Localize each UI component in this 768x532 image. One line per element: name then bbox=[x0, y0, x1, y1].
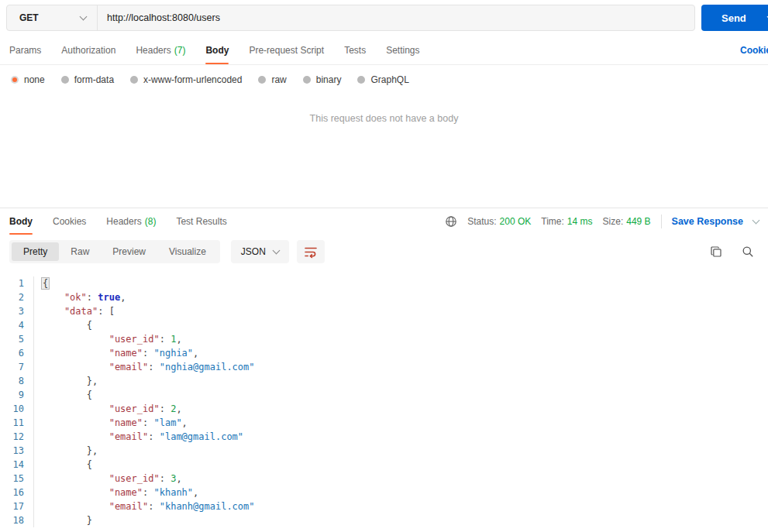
empty-body-message: This request does not have a body bbox=[0, 94, 768, 208]
code-line-2: 2"ok": true, bbox=[0, 290, 768, 304]
tab-count-badge: (8) bbox=[145, 216, 157, 227]
request-tab-pre-request-script[interactable]: Pre-request Script bbox=[249, 36, 324, 64]
wrap-text-button[interactable] bbox=[297, 240, 325, 263]
body-type-raw[interactable]: raw bbox=[258, 74, 286, 85]
radio-label: binary bbox=[316, 74, 342, 85]
globe-icon[interactable] bbox=[445, 215, 457, 228]
body-type-x-www-form-urlencoded[interactable]: x-www-form-urlencoded bbox=[130, 74, 242, 85]
line-number: 5 bbox=[0, 332, 34, 346]
code-text: "name": "khanh", bbox=[34, 486, 198, 499]
status-badge: Status: 200 OK bbox=[467, 216, 531, 227]
code-text: "email": "lam@gmail.com" bbox=[34, 430, 243, 444]
code-text: } bbox=[34, 513, 92, 527]
radio-icon bbox=[303, 76, 311, 84]
search-icon[interactable] bbox=[742, 245, 754, 258]
tab-count-badge: (7) bbox=[174, 45, 186, 56]
response-tab-body[interactable]: Body bbox=[9, 208, 33, 235]
code-line-15: 15"user_id": 3, bbox=[0, 472, 768, 486]
code-text: { bbox=[34, 276, 50, 290]
line-number: 14 bbox=[0, 458, 34, 472]
code-line-12: 12"email": "lam@gmail.com" bbox=[0, 430, 768, 444]
code-line-8: 8}, bbox=[0, 374, 768, 388]
cookies-link[interactable]: Cookies bbox=[740, 36, 768, 64]
view-mode-preview[interactable]: Preview bbox=[101, 242, 157, 261]
chevron-down-icon bbox=[80, 13, 88, 21]
code-text: { bbox=[34, 458, 92, 472]
tab-label: Cookies bbox=[53, 216, 86, 227]
request-tab-settings[interactable]: Settings bbox=[386, 36, 419, 64]
line-number: 6 bbox=[0, 346, 34, 360]
format-select-value: JSON bbox=[241, 246, 266, 257]
response-meta: Status: 200 OK Time: 14 ms Size: 449 B S… bbox=[445, 208, 759, 235]
status-value: 200 OK bbox=[500, 216, 532, 227]
save-response-button[interactable]: Save Response bbox=[672, 216, 743, 227]
code-text: "email": "khanh@gmail.com" bbox=[34, 499, 255, 513]
request-tab-tests[interactable]: Tests bbox=[344, 36, 366, 64]
view-mode-raw[interactable]: Raw bbox=[59, 242, 101, 261]
chevron-down-icon[interactable] bbox=[753, 217, 760, 225]
view-mode-pretty[interactable]: Pretty bbox=[12, 242, 59, 261]
line-number: 18 bbox=[0, 513, 34, 527]
body-type-form-data[interactable]: form-data bbox=[61, 74, 114, 85]
line-number: 7 bbox=[0, 360, 34, 374]
line-number: 10 bbox=[0, 402, 34, 416]
code-text: "user_id": 3, bbox=[34, 472, 182, 486]
response-tab-cookies[interactable]: Cookies bbox=[53, 208, 86, 235]
line-number: 15 bbox=[0, 472, 34, 486]
radio-label: GraphQL bbox=[370, 74, 408, 85]
tab-label: Authorization bbox=[61, 45, 115, 56]
copy-icon[interactable] bbox=[710, 245, 722, 258]
code-text: "ok": true, bbox=[34, 290, 126, 304]
radio-icon bbox=[130, 76, 138, 84]
radio-label: form-data bbox=[74, 74, 114, 85]
send-button[interactable]: Send bbox=[701, 5, 768, 31]
code-line-11: 11"name": "lam", bbox=[0, 416, 768, 430]
tab-label: Settings bbox=[386, 45, 419, 56]
line-number: 16 bbox=[0, 486, 34, 499]
view-mode-switch: PrettyRawPreviewVisualize bbox=[9, 240, 220, 263]
wrap-text-icon bbox=[304, 245, 318, 259]
url-input[interactable]: http://localhost:8080/users bbox=[98, 5, 694, 30]
line-number: 4 bbox=[0, 318, 34, 332]
body-type-none[interactable]: none bbox=[11, 74, 45, 85]
time-label: Time: bbox=[541, 216, 564, 227]
method-selector[interactable]: GET bbox=[7, 5, 98, 30]
send-button-label: Send bbox=[722, 12, 746, 24]
response-tab-test-results[interactable]: Test Results bbox=[176, 208, 226, 235]
body-type-graphql[interactable]: GraphQL bbox=[357, 74, 408, 85]
code-text: "user_id": 2, bbox=[34, 402, 182, 416]
request-tab-headers[interactable]: Headers(7) bbox=[136, 36, 185, 64]
request-tab-list: ParamsAuthorizationHeaders(7)BodyPre-req… bbox=[9, 36, 440, 64]
radio-icon bbox=[258, 76, 266, 84]
line-number: 17 bbox=[0, 499, 34, 513]
code-text: { bbox=[34, 388, 92, 402]
request-tab-params[interactable]: Params bbox=[9, 36, 41, 64]
code-text: "user_id": 1, bbox=[34, 332, 182, 346]
request-tab-body[interactable]: Body bbox=[205, 36, 229, 64]
format-select[interactable]: JSON bbox=[231, 240, 289, 263]
code-line-7: 7"email": "nghia@gmail.com" bbox=[0, 360, 768, 374]
response-tab-headers[interactable]: Headers(8) bbox=[106, 208, 156, 235]
code-line-3: 3"data": [ bbox=[0, 304, 768, 318]
code-line-16: 16"name": "khanh", bbox=[0, 486, 768, 499]
view-mode-visualize[interactable]: Visualize bbox=[157, 242, 218, 261]
response-body-json: 1{2"ok": true,3"data": [4{5"user_id": 1,… bbox=[0, 270, 768, 527]
code-line-17: 17"email": "khanh@gmail.com" bbox=[0, 499, 768, 513]
line-number: 9 bbox=[0, 388, 34, 402]
request-tab-authorization[interactable]: Authorization bbox=[61, 36, 115, 64]
radio-label: raw bbox=[271, 74, 286, 85]
code-line-13: 13}, bbox=[0, 444, 768, 458]
response-viewer-toolbar: PrettyRawPreviewVisualize JSON bbox=[0, 235, 768, 270]
tab-label: Params bbox=[9, 45, 41, 56]
tab-label: Headers bbox=[106, 216, 141, 227]
line-number: 12 bbox=[0, 430, 34, 444]
viewer-action-icons bbox=[710, 245, 759, 258]
url-input-group: GET http://localhost:8080/users bbox=[6, 5, 695, 31]
tab-label: Body bbox=[9, 216, 33, 227]
code-line-5: 5"user_id": 1, bbox=[0, 332, 768, 346]
code-line-9: 9{ bbox=[0, 388, 768, 402]
code-line-14: 14{ bbox=[0, 458, 768, 472]
body-type-binary[interactable]: binary bbox=[303, 74, 342, 85]
size-value: 449 B bbox=[626, 216, 650, 227]
code-text: "name": "nghia", bbox=[34, 346, 198, 360]
